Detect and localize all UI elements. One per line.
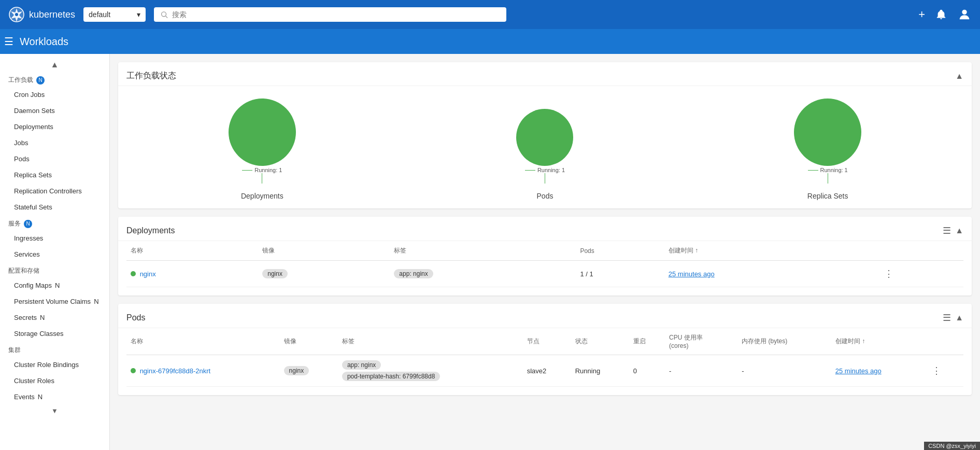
- kubernetes-icon: [8, 6, 25, 23]
- sidebar-item-replica-sets[interactable]: Replica Sets: [0, 167, 109, 183]
- sidebar-item-cluster-roles[interactable]: Cluster Roles: [0, 373, 109, 389]
- sidebar-item-config-maps[interactable]: Config Maps N: [0, 277, 109, 293]
- pods-row-state: Running: [571, 355, 629, 387]
- deployments-card-actions: ☰ ▲: [943, 225, 963, 236]
- deployments-filter-icon[interactable]: ☰: [943, 225, 951, 236]
- sidebar-item-daemon-sets[interactable]: Daemon Sets: [0, 103, 109, 119]
- pods-status-circle: Running: 1 Pods: [516, 109, 573, 200]
- pods-row-memory: -: [737, 355, 831, 387]
- search-input[interactable]: [172, 10, 500, 19]
- pods-filter-icon[interactable]: ☰: [943, 312, 951, 324]
- deployments-card-title: Deployments: [126, 226, 175, 235]
- sidebar-item-services[interactable]: Services: [0, 246, 109, 262]
- deployments-row-name-link[interactable]: nginx: [140, 270, 156, 278]
- replica-sets-status-circle: Running: 1 Replica Sets: [794, 99, 861, 200]
- deployments-row-more: ⋮: [878, 261, 963, 287]
- deployments-circle-line: [262, 173, 262, 184]
- pods-row-labels: app: nginx pod-template-hash: 6799fc88d8: [338, 355, 523, 387]
- pods-col-cpu: CPU 使用率(cores): [665, 328, 737, 355]
- section-title: Workloads: [20, 36, 68, 48]
- pvc-badge: N: [94, 298, 98, 305]
- pods-circle-container: Running: 1: [516, 109, 573, 184]
- footer-text: CSDN @zsx_yiyiyi: [928, 443, 976, 449]
- navbar: kubernetes default ▾ +: [0, 0, 980, 29]
- replica-sets-circle-line: [828, 173, 828, 184]
- scroll-down-button[interactable]: ▼: [0, 405, 109, 417]
- sidebar-item-cron-jobs[interactable]: Cron Jobs: [0, 87, 109, 103]
- pods-time-link[interactable]: 25 minutes ago: [835, 367, 882, 375]
- pods-more-button[interactable]: ⋮: [930, 363, 943, 378]
- sidebar-item-stateful-sets[interactable]: Stateful Sets: [0, 199, 109, 215]
- pods-col-created: 创建时间 ↑: [831, 328, 926, 355]
- pods-circle-name: Pods: [537, 192, 553, 200]
- replica-sets-circle-name: Replica Sets: [807, 192, 848, 200]
- pods-col-name: 名称: [126, 328, 280, 355]
- workload-status-collapse-button[interactable]: ▲: [955, 72, 963, 81]
- pods-col-memory: 内存使用 (bytes): [737, 328, 831, 355]
- deployments-circle: [229, 99, 296, 166]
- workloads-label: 工作负载: [8, 76, 33, 85]
- deployments-more-button[interactable]: ⋮: [882, 266, 896, 282]
- pods-collapse-button[interactable]: ▲: [955, 313, 963, 322]
- sidebar-item-secrets[interactable]: Secrets N: [0, 310, 109, 326]
- pods-label-tag-2: pod-template-hash: 6799fc88d8: [342, 372, 440, 381]
- sidebar-item-replication-controllers[interactable]: Replication Controllers: [0, 183, 109, 199]
- pods-status-dot: [131, 368, 136, 373]
- deployments-time-link[interactable]: 25 minutes ago: [669, 270, 715, 278]
- sidebar-item-storage-classes[interactable]: Storage Classes: [0, 326, 109, 342]
- add-button[interactable]: +: [918, 8, 925, 21]
- bell-icon: [935, 9, 947, 20]
- deployments-table-row: nginx nginx app: nginx 1 / 1 25 minutes …: [126, 261, 963, 287]
- deployments-col-pods: Pods: [576, 241, 664, 261]
- sidebar-item-crb[interactable]: Cluster Role Bindings: [0, 357, 109, 373]
- pods-row-name-link[interactable]: nginx-6799fc88d8-2nkrt: [140, 367, 211, 375]
- pods-table: 名称 镜像 标签 节点 状态 重启 CPU 使用率(cores) 内存使用 (b…: [126, 328, 963, 387]
- pods-col-restarts: 重启: [629, 328, 665, 355]
- deployments-circle-container: Running: 1: [229, 99, 296, 184]
- pods-card-title: Pods: [126, 313, 145, 322]
- sidebar-item-jobs[interactable]: Jobs: [0, 135, 109, 151]
- secrets-badge: N: [40, 314, 45, 321]
- section-header: ☰ Workloads: [0, 29, 980, 54]
- workload-status-card: 工作负载状态 ▲ Running: 1 Deployments: [118, 62, 972, 208]
- sidebar-item-pods[interactable]: Pods: [0, 151, 109, 167]
- deployments-status-circle: Running: 1 Deployments: [229, 99, 296, 200]
- deployments-row-pods: 1 / 1: [576, 261, 664, 287]
- pods-table-row: nginx-6799fc88d8-2nkrt nginx app: nginx …: [126, 355, 963, 387]
- deployments-circle-name: Deployments: [241, 192, 283, 200]
- workload-status-header: 工作负载状态 ▲: [118, 62, 972, 86]
- replica-sets-circle: [794, 99, 861, 166]
- scroll-up-button[interactable]: ▲: [0, 58, 109, 72]
- notification-button[interactable]: [935, 9, 947, 20]
- events-badge: N: [38, 393, 42, 401]
- sidebar-item-pvc[interactable]: Persistent Volume Claims N: [0, 293, 109, 310]
- pods-row-node: slave2: [523, 355, 571, 387]
- user-avatar-button[interactable]: [957, 7, 972, 22]
- sidebar-section-config: 配置和存储: [0, 262, 109, 277]
- deployments-collapse-button[interactable]: ▲: [955, 226, 963, 235]
- deployments-row-status-name: nginx: [126, 261, 258, 287]
- pods-row-more: ⋮: [926, 355, 963, 387]
- cluster-label: 集群: [8, 346, 21, 355]
- deployments-row-created: 25 minutes ago: [664, 261, 878, 287]
- sidebar-item-deployments[interactable]: Deployments: [0, 119, 109, 135]
- deployments-col-created: 创建时间 ↑: [664, 241, 878, 261]
- pods-sort-icon: ↑: [862, 338, 865, 345]
- deployments-col-name: 名称: [126, 241, 258, 261]
- sidebar-section-services: 服务 N: [0, 215, 109, 230]
- deployments-row-image: nginx: [258, 261, 390, 287]
- namespace-selector[interactable]: default ▾: [83, 7, 146, 22]
- pods-col-status: 状态: [571, 328, 629, 355]
- services-badge: N: [24, 220, 32, 228]
- pods-card-header: Pods ☰ ▲: [118, 304, 972, 328]
- sidebar-item-ingresses[interactable]: Ingresses: [0, 230, 109, 246]
- workloads-badge: N: [36, 76, 45, 85]
- pods-card-actions: ☰ ▲: [943, 312, 963, 324]
- replica-sets-circle-container: Running: 1: [794, 99, 861, 184]
- sidebar-item-events[interactable]: Events N: [0, 389, 109, 405]
- pods-circle: [516, 109, 573, 166]
- deployments-table-header-row: 名称 镜像 标签 Pods 创建时间 ↑: [126, 241, 963, 261]
- pods-row-restarts: 0: [629, 355, 665, 387]
- hamburger-icon[interactable]: ☰: [4, 35, 13, 48]
- pods-row-image: nginx: [280, 355, 338, 387]
